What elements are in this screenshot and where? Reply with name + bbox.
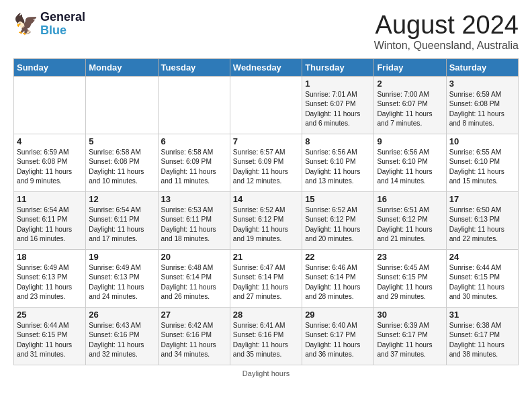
calendar-cell: 1Sunrise: 7:01 AM Sunset: 6:07 PM Daylig…: [302, 77, 374, 134]
logo-blue: Blue: [40, 24, 85, 38]
calendar-week-row: 25Sunrise: 6:44 AM Sunset: 6:15 PM Dayli…: [14, 308, 519, 365]
day-number: 24: [449, 252, 515, 262]
day-number: 21: [233, 252, 299, 262]
day-header-thursday: Thursday: [302, 59, 374, 77]
calendar-cell: 13Sunrise: 6:53 AM Sunset: 6:11 PM Dayli…: [158, 192, 230, 250]
day-info: Sunrise: 6:52 AM Sunset: 6:12 PM Dayligh…: [233, 205, 299, 244]
title-area: August 2024 Winton, Queensland, Australi…: [374, 11, 519, 52]
day-number: 31: [449, 310, 515, 320]
calendar-cell: 6Sunrise: 6:58 AM Sunset: 6:09 PM Daylig…: [158, 134, 230, 192]
day-number: 18: [17, 252, 83, 262]
day-info: Sunrise: 6:56 AM Sunset: 6:10 PM Dayligh…: [377, 148, 443, 186]
calendar-cell: 11Sunrise: 6:54 AM Sunset: 6:11 PM Dayli…: [14, 192, 86, 250]
calendar-cell: 10Sunrise: 6:55 AM Sunset: 6:10 PM Dayli…: [446, 134, 518, 192]
day-info: Sunrise: 6:47 AM Sunset: 6:14 PM Dayligh…: [233, 263, 299, 302]
day-header-saturday: Saturday: [446, 59, 518, 77]
day-info: Sunrise: 6:39 AM Sunset: 6:17 PM Dayligh…: [377, 321, 443, 359]
calendar-cell: 9Sunrise: 6:56 AM Sunset: 6:10 PM Daylig…: [374, 134, 446, 192]
day-info: Sunrise: 6:44 AM Sunset: 6:15 PM Dayligh…: [449, 263, 515, 302]
calendar-cell: 23Sunrise: 6:45 AM Sunset: 6:15 PM Dayli…: [374, 250, 446, 308]
day-number: 11: [17, 194, 83, 204]
day-number: 10: [449, 136, 515, 146]
logo-bird-icon: 🦅: [13, 12, 38, 36]
day-info: Sunrise: 6:55 AM Sunset: 6:10 PM Dayligh…: [449, 148, 515, 186]
day-number: 22: [305, 252, 371, 262]
day-number: 12: [89, 194, 154, 204]
day-number: 17: [449, 194, 515, 204]
calendar-cell: [14, 77, 86, 134]
calendar-week-row: 11Sunrise: 6:54 AM Sunset: 6:11 PM Dayli…: [14, 192, 519, 250]
calendar-cell: 25Sunrise: 6:44 AM Sunset: 6:15 PM Dayli…: [14, 308, 86, 365]
day-number: 1: [305, 79, 371, 89]
day-number: 29: [305, 310, 371, 320]
day-info: Sunrise: 6:53 AM Sunset: 6:11 PM Dayligh…: [161, 205, 227, 244]
calendar-header-row: SundayMondayTuesdayWednesdayThursdayFrid…: [14, 59, 519, 77]
page: 🦅 General Blue August 2024 Winton, Queen…: [0, 0, 532, 384]
day-info: Sunrise: 6:58 AM Sunset: 6:09 PM Dayligh…: [161, 148, 227, 186]
calendar-cell: 5Sunrise: 6:58 AM Sunset: 6:08 PM Daylig…: [86, 134, 158, 192]
day-info: Sunrise: 6:56 AM Sunset: 6:10 PM Dayligh…: [305, 148, 371, 186]
day-info: Sunrise: 6:42 AM Sunset: 6:16 PM Dayligh…: [161, 321, 227, 359]
calendar-cell: 2Sunrise: 7:00 AM Sunset: 6:07 PM Daylig…: [374, 77, 446, 134]
calendar-cell: 29Sunrise: 6:40 AM Sunset: 6:17 PM Dayli…: [302, 308, 374, 365]
calendar-cell: [230, 77, 302, 134]
daylight-hours-label: Daylight hours: [242, 369, 290, 377]
calendar-cell: 22Sunrise: 6:46 AM Sunset: 6:14 PM Dayli…: [302, 250, 374, 308]
calendar-cell: 7Sunrise: 6:57 AM Sunset: 6:09 PM Daylig…: [230, 134, 302, 192]
day-number: 23: [377, 252, 443, 262]
calendar-cell: 8Sunrise: 6:56 AM Sunset: 6:10 PM Daylig…: [302, 134, 374, 192]
calendar-cell: 12Sunrise: 6:54 AM Sunset: 6:11 PM Dayli…: [86, 192, 158, 250]
day-info: Sunrise: 6:52 AM Sunset: 6:12 PM Dayligh…: [305, 205, 371, 244]
day-number: 28: [233, 310, 299, 320]
day-info: Sunrise: 6:44 AM Sunset: 6:15 PM Dayligh…: [17, 321, 83, 359]
day-header-sunday: Sunday: [14, 59, 86, 77]
calendar-cell: 21Sunrise: 6:47 AM Sunset: 6:14 PM Dayli…: [230, 250, 302, 308]
day-info: Sunrise: 6:49 AM Sunset: 6:13 PM Dayligh…: [89, 263, 154, 302]
calendar-cell: 3Sunrise: 6:59 AM Sunset: 6:08 PM Daylig…: [446, 77, 518, 134]
day-number: 20: [161, 252, 227, 262]
day-info: Sunrise: 6:59 AM Sunset: 6:08 PM Dayligh…: [17, 148, 83, 186]
svg-text:🦅: 🦅: [13, 12, 38, 36]
day-number: 3: [449, 79, 515, 89]
calendar-cell: 19Sunrise: 6:49 AM Sunset: 6:13 PM Dayli…: [86, 250, 158, 308]
day-number: 9: [377, 136, 443, 146]
calendar-cell: 30Sunrise: 6:39 AM Sunset: 6:17 PM Dayli…: [374, 308, 446, 365]
day-info: Sunrise: 6:48 AM Sunset: 6:14 PM Dayligh…: [161, 263, 227, 302]
day-header-wednesday: Wednesday: [230, 59, 302, 77]
day-info: Sunrise: 6:50 AM Sunset: 6:13 PM Dayligh…: [449, 205, 515, 244]
day-info: Sunrise: 6:41 AM Sunset: 6:16 PM Dayligh…: [233, 321, 299, 359]
logo: 🦅 General Blue: [13, 11, 85, 38]
day-info: Sunrise: 6:38 AM Sunset: 6:17 PM Dayligh…: [449, 321, 515, 359]
day-number: 30: [377, 310, 443, 320]
calendar-cell: 28Sunrise: 6:41 AM Sunset: 6:16 PM Dayli…: [230, 308, 302, 365]
calendar-cell: 20Sunrise: 6:48 AM Sunset: 6:14 PM Dayli…: [158, 250, 230, 308]
day-number: 8: [305, 136, 371, 146]
day-number: 2: [377, 79, 443, 89]
day-number: 19: [89, 252, 154, 262]
calendar-cell: 31Sunrise: 6:38 AM Sunset: 6:17 PM Dayli…: [446, 308, 518, 365]
day-number: 4: [17, 136, 83, 146]
day-info: Sunrise: 6:51 AM Sunset: 6:12 PM Dayligh…: [377, 205, 443, 244]
day-number: 16: [377, 194, 443, 204]
day-number: 7: [233, 136, 299, 146]
logo-general: General: [40, 11, 85, 24]
day-info: Sunrise: 6:58 AM Sunset: 6:08 PM Dayligh…: [89, 148, 154, 186]
day-number: 26: [89, 310, 154, 320]
day-number: 5: [89, 136, 154, 146]
day-info: Sunrise: 7:00 AM Sunset: 6:07 PM Dayligh…: [377, 90, 443, 128]
calendar-cell: 14Sunrise: 6:52 AM Sunset: 6:12 PM Dayli…: [230, 192, 302, 250]
calendar-table: SundayMondayTuesdayWednesdayThursdayFrid…: [13, 58, 519, 365]
calendar-cell: 18Sunrise: 6:49 AM Sunset: 6:13 PM Dayli…: [14, 250, 86, 308]
day-number: 13: [161, 194, 227, 204]
day-number: 27: [161, 310, 227, 320]
day-number: 15: [305, 194, 371, 204]
day-info: Sunrise: 6:57 AM Sunset: 6:09 PM Dayligh…: [233, 148, 299, 186]
month-title: August 2024: [374, 11, 519, 40]
calendar-week-row: 1Sunrise: 7:01 AM Sunset: 6:07 PM Daylig…: [14, 77, 519, 134]
calendar-cell: [158, 77, 230, 134]
day-info: Sunrise: 6:54 AM Sunset: 6:11 PM Dayligh…: [89, 205, 154, 244]
calendar-cell: 15Sunrise: 6:52 AM Sunset: 6:12 PM Dayli…: [302, 192, 374, 250]
header: 🦅 General Blue August 2024 Winton, Queen…: [13, 11, 519, 52]
day-header-tuesday: Tuesday: [158, 59, 230, 77]
day-info: Sunrise: 6:45 AM Sunset: 6:15 PM Dayligh…: [377, 263, 443, 302]
